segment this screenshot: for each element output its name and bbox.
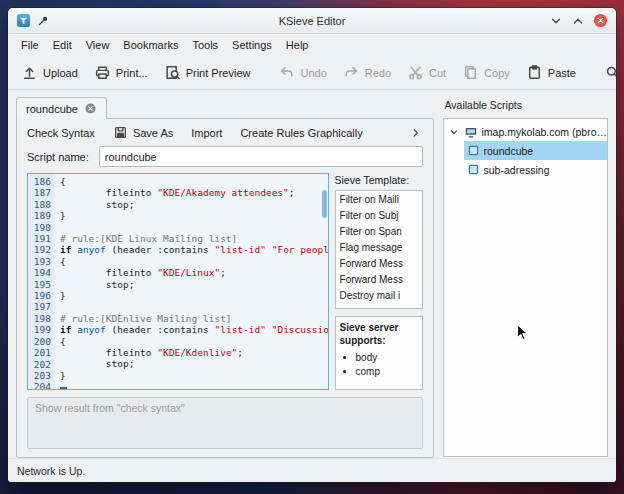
capability-comp: comp (356, 365, 418, 379)
tab-roundcube[interactable]: roundcube (16, 97, 107, 119)
paste-button[interactable]: Paste (519, 60, 583, 85)
redo-icon (343, 64, 360, 81)
code-line: { (60, 256, 328, 267)
editor-row: 1861871881891901911921931941951961971981… (17, 173, 433, 390)
cut-button[interactable]: Cut (400, 60, 453, 85)
template-item-filter-on-subj[interactable]: Filter on Subj (336, 207, 422, 223)
script-name-row: Script name: (17, 144, 433, 173)
undo-button[interactable]: Undo (271, 60, 333, 85)
script-name-label: Script name: (27, 151, 89, 163)
paste-icon (526, 64, 543, 81)
paste-label: Paste (548, 67, 576, 79)
titlebar[interactable]: KSieve Editor (8, 8, 616, 34)
menu-view[interactable]: View (80, 37, 116, 53)
template-item-filter-on-span[interactable]: Filter on Span (336, 223, 422, 239)
shade-icon[interactable] (549, 14, 563, 28)
line-number: 198 (28, 313, 51, 324)
menu-settings[interactable]: Settings (226, 37, 278, 53)
print-preview-button[interactable]: Print Preview (157, 60, 258, 85)
tree-item-server[interactable]: imap.mykolab.com (pbro… (444, 122, 607, 141)
line-number: 203 (28, 370, 51, 381)
tab-close-icon[interactable] (84, 102, 97, 115)
expander-icon[interactable] (448, 126, 460, 138)
redo-button[interactable]: Redo (336, 60, 398, 85)
template-item-forward-mess[interactable]: Forward Mess (336, 255, 422, 271)
copy-button[interactable]: Copy (455, 60, 517, 85)
copy-icon (462, 64, 479, 81)
code-line: { (60, 336, 328, 347)
network-status: Network is Up. (17, 465, 85, 477)
code-line: } (60, 370, 328, 381)
editor-scrollbar[interactable] (322, 176, 327, 387)
code-line (60, 301, 328, 312)
splitter-handle[interactable] (434, 96, 443, 458)
code-line: if anyof (header :contains "list-id" "Fo… (60, 244, 328, 255)
check-syntax-label: Check Syntax (27, 127, 95, 139)
available-scripts-panel: Available Scripts imap.mykolab.com (pbro… (443, 96, 608, 458)
text-cursor (60, 387, 67, 389)
tree-item-sub-adressing[interactable]: sub-adressing (464, 160, 607, 179)
sieve-template-list[interactable]: Filter on MailiFilter on SubjFilter on S… (335, 190, 423, 309)
code-area[interactable]: { fileinto "KDE/Akademy attendees"; stop… (55, 174, 328, 389)
line-number: 193 (28, 256, 51, 267)
server-supports-label: Sieve server supports: (340, 321, 418, 347)
code-line: stop; (60, 358, 328, 369)
menu-tools[interactable]: Tools (186, 37, 224, 53)
code-line: if anyof (header :contains "list-id" "Di… (60, 324, 328, 335)
code-line: } (60, 290, 328, 301)
line-number: 195 (28, 279, 51, 290)
server-icon (464, 125, 478, 139)
menu-file[interactable]: File (15, 37, 45, 53)
line-number: 187 (28, 187, 51, 198)
pin-icon[interactable] (37, 14, 50, 27)
window-content: roundcube Check SyntaxSave AsImportCreat… (8, 90, 616, 458)
import-button[interactable]: Import (191, 127, 222, 139)
tab-label: roundcube (26, 103, 78, 115)
code-line (60, 381, 328, 389)
template-item-filter-on-maili[interactable]: Filter on Maili (336, 191, 422, 207)
find-button[interactable]: Find... (597, 60, 616, 85)
menu-bookmarks[interactable]: Bookmarks (117, 37, 184, 53)
server-capabilities-list: bodycomp (340, 351, 418, 378)
create-rules-graphically-button[interactable]: Create Rules Graphically (240, 127, 362, 139)
template-item-flag-message[interactable]: Flag message (336, 239, 422, 255)
upload-icon (21, 64, 38, 81)
line-number: 197 (28, 301, 51, 312)
sieve-template-label: Sieve Template: (335, 173, 423, 190)
script-name-input[interactable] (99, 146, 423, 167)
menu-help[interactable]: Help (280, 37, 315, 53)
editor-column: roundcube Check SyntaxSave AsImportCreat… (16, 96, 434, 458)
save-as-button[interactable]: Save As (113, 125, 173, 140)
template-item-destroy-mail-i[interactable]: Destroy mail i (336, 287, 422, 303)
import-label: Import (191, 127, 222, 139)
tree-item-label: sub-adressing (484, 164, 550, 176)
close-icon[interactable] (593, 13, 608, 28)
statusbar: Network is Up. (8, 458, 616, 482)
menu-edit[interactable]: Edit (47, 37, 78, 53)
code-line: stop; (60, 199, 328, 210)
save-as-label: Save As (133, 127, 173, 139)
desktop-background: KSieve Editor FileEditViewBookmarksTools… (0, 0, 624, 494)
check-syntax-button[interactable]: Check Syntax (27, 127, 95, 139)
tree-item-roundcube[interactable]: roundcube (464, 141, 607, 160)
code-line: stop; (60, 279, 328, 290)
toolbar-overflow-icon[interactable] (409, 126, 423, 140)
code-line: fileinto "KDE/Akademy attendees"; (60, 187, 328, 198)
scrollbar-thumb[interactable] (322, 190, 327, 218)
template-column: Sieve Template: Filter on MailiFilter on… (335, 173, 423, 390)
tree-item-label: roundcube (484, 145, 534, 157)
save-icon (113, 125, 128, 140)
print-button[interactable]: Print... (87, 60, 155, 85)
line-number: 194 (28, 267, 51, 278)
maximize-icon[interactable] (571, 14, 585, 28)
upload-button[interactable]: Upload (14, 60, 85, 85)
template-item-forward-mess[interactable]: Forward Mess (336, 271, 422, 287)
line-number: 199 (28, 324, 51, 335)
ksieve-editor-window: KSieve Editor FileEditViewBookmarksTools… (8, 8, 616, 482)
code-editor[interactable]: 1861871881891901911921931941951961971981… (27, 173, 329, 390)
code-line: } (60, 210, 328, 221)
line-number: 188 (28, 199, 51, 210)
line-number: 186 (28, 176, 51, 187)
code-line: fileinto "KDE/Linux"; (60, 267, 328, 278)
scripts-tree[interactable]: imap.mykolab.com (pbro… roundcubesub-adr… (443, 118, 608, 457)
